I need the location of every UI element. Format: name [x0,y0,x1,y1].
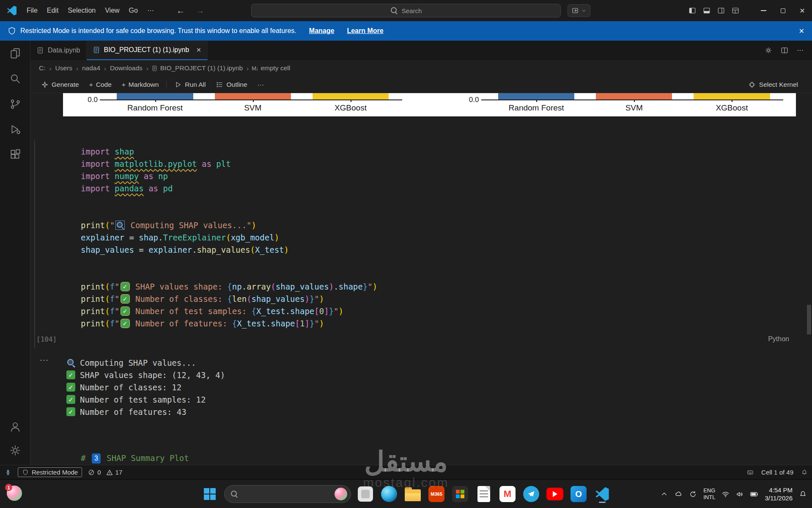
breadcrumb-item-file[interactable]: BIO_PROJECT (1) (1).ipynb [159,64,244,72]
restricted-mode-label: Restricted Mode [32,469,78,476]
problems-status[interactable]: 0 17 [88,469,122,476]
split-editor-icon[interactable] [781,47,788,54]
breadcrumb-item-cell[interactable]: empty cell [260,64,291,72]
tab-bar: Data.ipynb BIO_PROJECT (1) (1).ipynb ✕ ·… [30,41,812,60]
minimize-button[interactable] [754,0,773,21]
settings-gear-icon[interactable] [9,444,21,456]
volume-icon[interactable] [736,490,744,498]
system-tray: ENG INTL 4:54 PM 3/11/2026 [660,480,807,508]
toggle-panel-icon[interactable] [703,7,710,14]
menu-go[interactable]: Go [124,5,143,17]
category-label: XGBoost [302,103,399,113]
bar-svm [596,93,672,99]
gmail-icon[interactable]: M [498,485,517,503]
tab-bio-project-ipynb[interactable]: BIO_PROJECT (1) (1).ipynb ✕ [87,41,208,60]
bar-random-forest [498,93,574,99]
scrollbar-thumb[interactable] [807,305,811,334]
notification-center-bell-icon[interactable] [799,490,807,498]
kernel-status-icon[interactable] [747,469,754,476]
chevron-right-icon: › [103,65,107,72]
toolbar-more-actions[interactable]: ··· [253,79,269,91]
editor-more-actions-icon[interactable]: ··· [797,47,804,54]
tab-data-ipynb[interactable]: Data.ipynb [30,41,87,60]
output-more-actions[interactable]: ··· [40,356,49,364]
category-label: Random Forest [488,103,585,113]
source-control-icon[interactable] [9,98,21,110]
update-sync-icon[interactable] [689,490,697,498]
document-app-icon[interactable] [475,485,493,503]
menu-edit[interactable]: Edit [42,5,63,17]
select-kernel-button[interactable]: Select Kernel [743,79,803,91]
back-arrow-icon[interactable]: ← [176,6,185,16]
error-icon [88,469,95,476]
app-icon-generic[interactable] [356,485,375,503]
notebook-settings-gear-icon[interactable] [765,47,772,54]
forward-arrow-icon[interactable]: → [196,6,204,16]
restricted-mode-status[interactable]: Restricted Mode [18,467,82,477]
onedrive-cloud-icon[interactable] [675,490,683,498]
learn-more-link[interactable]: Learn More [347,27,383,35]
code-cell-editor[interactable]: import shapimport matplotlib.pyplot as p… [81,146,377,330]
taskbar-search[interactable] [224,485,351,503]
vscode-taskbar-icon[interactable] [593,485,612,503]
breadcrumb-item[interactable]: C: [38,64,47,72]
output-text: SHAP values shape: (12, 43, 4) [80,370,225,380]
widgets-button[interactable]: 1 [7,486,24,502]
command-center-search[interactable]: Search [251,4,561,17]
edge-icon[interactable] [380,485,398,503]
manage-link[interactable]: Manage [309,27,335,35]
next-code-cell[interactable]: # 3 SHAP Summary Plot [81,452,189,464]
menu-selection[interactable]: Selection [63,5,100,17]
generate-button[interactable]: Generate [36,79,84,91]
breadcrumb-item[interactable]: nada4 [81,64,101,72]
x-axis [103,99,402,100]
cell-language-label[interactable]: Python [768,335,789,343]
m365-icon[interactable]: M365 [427,485,446,503]
run-debug-icon[interactable] [9,124,21,135]
tabbar-actions: ··· [765,41,812,60]
cell-indicator[interactable]: Cell 1 of 49 [761,469,793,476]
close-button[interactable]: ✕ [793,0,812,21]
youtube-icon[interactable] [546,485,564,503]
start-button[interactable] [200,485,219,503]
wifi-icon[interactable] [721,490,730,498]
add-markdown-cell-button[interactable]: + Markdown [117,79,164,91]
run-all-button[interactable]: Run All [170,79,210,91]
account-icon[interactable] [9,421,21,433]
telegram-icon[interactable] [522,485,540,503]
breadcrumb-item[interactable]: Users [55,64,73,72]
maximize-button[interactable] [773,0,793,21]
menu-file[interactable]: File [22,5,42,17]
check-emoji-icon [66,395,75,404]
toggle-secondary-sidebar-icon[interactable] [717,7,725,14]
search-view-icon[interactable] [9,73,21,85]
input-language-indicator[interactable]: ENG INTL [703,487,715,501]
outline-button[interactable]: Outline [211,79,252,91]
outlook-icon[interactable]: O [569,485,588,503]
open-remote-dropdown[interactable] [568,4,590,17]
cell-output: Computing SHAP values... SHAP values sha… [66,356,225,418]
file-explorer-icon[interactable] [403,485,422,503]
menu-view[interactable]: View [100,5,124,17]
extensions-icon[interactable] [9,149,21,161]
bar-xgboost [694,93,770,99]
add-code-cell-button[interactable]: + Code [85,79,116,91]
category-labels: Random Forest SVM XGBoost [488,103,781,113]
remote-indicator-icon[interactable] [4,469,12,476]
notifications-bell-icon[interactable] [801,469,808,476]
battery-icon[interactable] [750,490,758,498]
tab-label: BIO_PROJECT (1) (1).ipynb [104,46,189,54]
microsoft-app-icon[interactable] [451,485,469,503]
notebook-icon [93,46,100,54]
clock[interactable]: 4:54 PM 3/11/2026 [765,486,793,502]
menu-more[interactable]: ··· [143,5,159,17]
cell-focus-indicator [34,141,35,348]
breadcrumb-item[interactable]: Downloads [109,64,143,72]
banner-close-icon[interactable]: ✕ [799,27,804,35]
toggle-sidebar-icon[interactable] [689,7,696,14]
tab-close-icon[interactable]: ✕ [196,47,201,53]
notebook-body: 0.0 Random Forest SVM XGBoost [30,93,812,465]
customize-layout-icon[interactable] [732,7,739,14]
tray-chevron-up-icon[interactable] [660,490,668,498]
explorer-icon[interactable] [9,47,21,59]
